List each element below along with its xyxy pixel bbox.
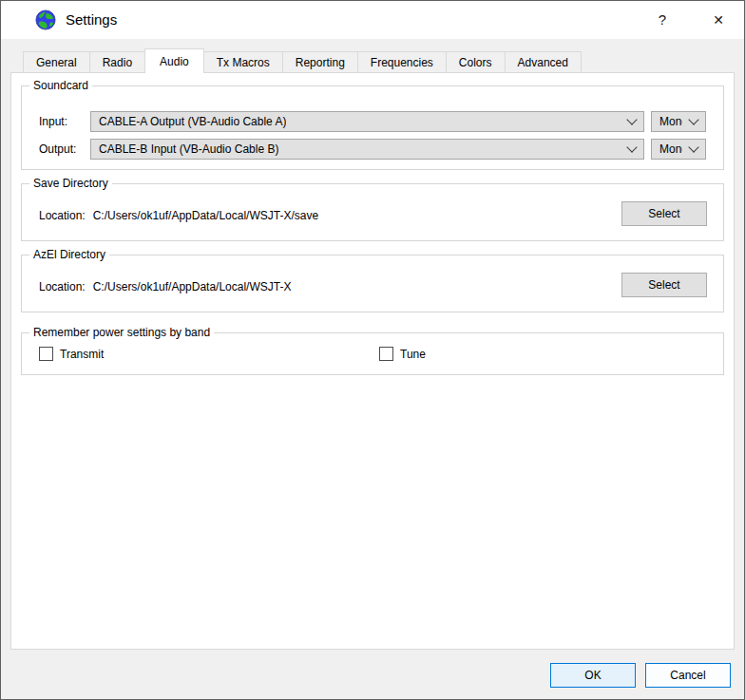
tab-frequencies[interactable]: Frequencies [357,51,447,72]
window-title: Settings [66,11,117,28]
input-label: Input: [39,111,67,132]
transmit-checkbox-item: Transmit [39,347,104,361]
output-device-combobox[interactable]: CABLE-B Input (VB-Audio Cable B) [90,139,644,160]
tab-tx-macros[interactable]: Tx Macros [203,51,283,72]
audio-tab-panel: Soundcard Input: CABLE-A Output (VB-Audi… [10,72,735,650]
tab-label: Tx Macros [217,56,270,69]
close-icon[interactable]: ✕ [702,1,735,39]
save-directory-legend: Save Directory [29,177,112,191]
settings-dialog: Settings ? ✕ General Radio Audio Tx Macr… [0,0,745,700]
azel-directory-groupbox: AzEl Directory Location: C:/Users/ok1uf/… [21,255,724,312]
tab-label: Frequencies [371,56,433,69]
wsjtx-globe-icon [35,9,56,30]
soundcard-legend: Soundcard [29,79,92,93]
tab-label: Radio [103,56,132,69]
save-directory-groupbox: Save Directory Location: C:/Users/ok1uf/… [21,183,724,241]
power-settings-groupbox: Remember power settings by band Transmit… [21,332,724,375]
location-label: Location: [39,209,86,222]
input-device-combobox[interactable]: CABLE-A Output (VB-Audio Cable A) [90,111,644,132]
input-device-value: CABLE-A Output (VB-Audio Cable A) [99,115,286,128]
input-channel-combobox[interactable]: Mono [651,111,706,132]
tab-reporting[interactable]: Reporting [282,51,358,72]
chevron-down-icon [626,142,637,152]
tune-checkbox-label: Tune [400,348,426,361]
save-directory-path: C:/Users/ok1uf/AppData/Local/WSJT-X/save [93,209,318,222]
tab-label: Audio [160,55,189,68]
chevron-down-icon [688,142,698,152]
output-label: Output: [39,139,76,160]
save-directory-select-button[interactable]: Select [621,201,707,226]
azel-location-row: Location: C:/Users/ok1uf/AppData/Local/W… [39,274,291,299]
tab-label: General [36,56,77,69]
input-channel-value: Mono [659,115,682,128]
save-location-row: Location: C:/Users/ok1uf/AppData/Local/W… [39,203,318,228]
titlebar[interactable]: Settings ? ✕ [1,1,744,39]
tab-label: Reporting [296,56,345,69]
cancel-button[interactable]: Cancel [645,663,731,688]
tab-label: Advanced [518,56,568,69]
azel-directory-legend: AzEl Directory [29,248,109,262]
tune-checkbox[interactable] [379,347,393,361]
azel-directory-path: C:/Users/ok1uf/AppData/Local/WSJT-X [93,280,292,293]
help-button[interactable]: ? [646,1,678,39]
power-settings-legend: Remember power settings by band [29,326,214,340]
chevron-down-icon [688,114,698,124]
chevron-down-icon [626,114,637,124]
azel-directory-select-button[interactable]: Select [621,273,707,297]
output-channel-value: Mono [659,142,682,156]
ok-button[interactable]: OK [550,663,636,688]
transmit-checkbox-label: Transmit [60,348,104,361]
tune-checkbox-item: Tune [379,347,426,361]
tab-label: Colors [459,56,492,69]
transmit-checkbox[interactable] [39,347,53,361]
tab-audio[interactable]: Audio [144,48,204,73]
location-label: Location: [39,280,86,293]
tab-general[interactable]: General [23,51,90,72]
output-channel-combobox[interactable]: Mono [651,139,706,160]
tab-radio[interactable]: Radio [89,51,145,72]
tab-colors[interactable]: Colors [446,51,506,72]
output-device-value: CABLE-B Input (VB-Audio Cable B) [99,142,278,156]
settings-tabbar: General Radio Audio Tx Macros Reporting … [23,48,581,72]
tab-advanced[interactable]: Advanced [505,51,582,72]
soundcard-groupbox: Soundcard Input: CABLE-A Output (VB-Audi… [21,85,724,170]
